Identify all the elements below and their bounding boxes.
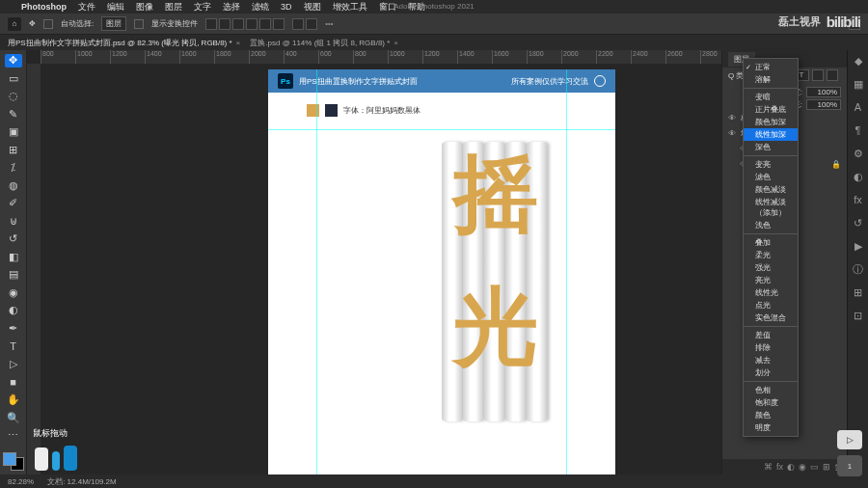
link-layers-icon[interactable]: ⌘: [764, 462, 773, 472]
align-top-icon[interactable]: [246, 18, 258, 30]
adjustments-panel-icon[interactable]: ◐: [852, 170, 865, 183]
blend-lineardodge[interactable]: 线性减淡（添加）: [744, 196, 798, 219]
brush-tool[interactable]: ✐: [5, 197, 22, 210]
color-panel-icon[interactable]: ◆: [852, 54, 865, 68]
opacity-value[interactable]: 100%: [806, 87, 841, 97]
menu-photoshop[interactable]: Photoshop: [21, 2, 67, 12]
autoselect-checkbox[interactable]: [43, 19, 53, 29]
blend-hue[interactable]: 色相: [744, 384, 798, 396]
history-panel-icon[interactable]: ↺: [852, 216, 865, 230]
menu-image[interactable]: 图像: [136, 1, 153, 14]
blend-overlay[interactable]: 叠加: [744, 236, 798, 249]
foreground-color[interactable]: [3, 452, 16, 466]
styles-panel-icon[interactable]: fx: [852, 193, 865, 206]
shape-tool[interactable]: ■: [5, 375, 22, 389]
blend-softlight[interactable]: 柔光: [744, 249, 798, 261]
blend-vividlight[interactable]: 亮光: [744, 274, 798, 286]
zoom-tool[interactable]: 🔍: [5, 411, 22, 424]
align-right-icon[interactable]: [232, 18, 244, 30]
group-icon[interactable]: ▭: [810, 462, 819, 472]
blend-divide[interactable]: 划分: [744, 366, 798, 379]
blend-darken[interactable]: 变暗: [744, 91, 798, 103]
artboard-tool[interactable]: ▭: [5, 72, 22, 86]
menu-plugins[interactable]: 增效工具: [333, 1, 367, 14]
layer-fx-icon[interactable]: fx: [776, 462, 783, 472]
page-indicator[interactable]: 1: [837, 455, 862, 476]
menu-type[interactable]: 文字: [194, 1, 211, 14]
info-panel-icon[interactable]: ⓘ: [852, 262, 865, 276]
libraries-panel-icon[interactable]: ⊡: [852, 309, 865, 322]
frame-tool[interactable]: ⊞: [5, 144, 22, 157]
blend-color[interactable]: 颜色: [744, 409, 798, 421]
filter-shape-icon[interactable]: [812, 69, 824, 81]
menu-view[interactable]: 视图: [304, 1, 321, 14]
blend-exclusion[interactable]: 排除: [744, 341, 798, 354]
menu-edit[interactable]: 编辑: [107, 1, 124, 14]
autoselect-target[interactable]: 图层: [101, 16, 126, 31]
blend-hardlight[interactable]: 强光: [744, 261, 798, 274]
filter-smart-icon[interactable]: [827, 69, 838, 81]
blend-colorburn[interactable]: 颜色加深: [744, 116, 798, 128]
zoom-level[interactable]: 82.28%: [8, 477, 34, 486]
blend-difference[interactable]: 差值: [744, 329, 798, 341]
home-icon[interactable]: ⌂: [8, 17, 21, 31]
history-brush-tool[interactable]: ↺: [5, 232, 22, 246]
menu-filter[interactable]: 滤镜: [252, 1, 269, 14]
show-transform-checkbox[interactable]: [134, 19, 144, 29]
edit-toolbar[interactable]: ⋯: [5, 429, 22, 443]
filter-type-icon[interactable]: T: [798, 69, 809, 81]
crop-tool[interactable]: ▣: [5, 125, 22, 139]
type-tool[interactable]: T: [5, 339, 22, 353]
document-canvas[interactable]: Ps 用PS扭曲置换制作文字拼贴式封面 所有案例仅供学习交流 字体：阿里妈妈数黑…: [268, 69, 615, 474]
blend-screen[interactable]: 滤色: [744, 171, 798, 183]
blend-saturation[interactable]: 饱和度: [744, 396, 798, 409]
eraser-tool[interactable]: ◧: [5, 251, 22, 264]
play-bubble-icon[interactable]: ▷: [837, 430, 862, 449]
character-panel-icon[interactable]: A: [852, 100, 865, 114]
visibility-icon[interactable]: 👁: [728, 114, 736, 122]
blend-pinlight[interactable]: 点光: [744, 299, 798, 312]
blend-lighten[interactable]: 变亮: [744, 158, 798, 171]
stamp-tool[interactable]: ⊎: [5, 215, 22, 229]
hand-tool[interactable]: ✋: [5, 393, 22, 407]
actions-panel-icon[interactable]: ▶: [852, 239, 865, 253]
layer-mask-icon[interactable]: ◐: [787, 462, 795, 472]
blend-multiply[interactable]: 正片叠底: [744, 103, 798, 116]
blend-hardmix[interactable]: 实色混合: [744, 312, 798, 324]
pen-tool[interactable]: ✒: [5, 322, 22, 336]
gradient-tool[interactable]: ▤: [5, 268, 22, 282]
lasso-tool[interactable]: ◌: [5, 90, 22, 103]
menu-3d[interactable]: 3D: [281, 2, 292, 12]
blend-colordodge[interactable]: 颜色减淡: [744, 183, 798, 196]
align-bottom-icon[interactable]: [273, 18, 285, 30]
lock-icon[interactable]: 🔒: [831, 160, 841, 169]
properties-panel-icon[interactable]: ⚙: [852, 147, 865, 160]
color-swatches[interactable]: [3, 452, 24, 471]
menu-file[interactable]: 文件: [78, 1, 95, 14]
blend-mode-dropdown[interactable]: 正常 溶解 变暗 正片叠底 颜色加深 线性加深 深色 变亮 滤色 颜色减淡 线性…: [743, 58, 799, 437]
new-layer-icon[interactable]: ⊞: [823, 462, 830, 472]
tab-doc-1[interactable]: 用PS扭曲制作文字拼贴式封面.psd @ 82.3% (曝光 拷贝, RGB/8…: [8, 38, 240, 48]
align-center-v-icon[interactable]: [259, 18, 271, 30]
heal-tool[interactable]: ◍: [5, 179, 22, 193]
tab-doc-2[interactable]: 置换.psd @ 114% (组 1 拷贝 8, RGB/8) * ×: [250, 38, 398, 48]
align-left-icon[interactable]: [205, 18, 217, 30]
adjustment-icon[interactable]: ◉: [799, 462, 806, 472]
canvas-area[interactable]: 8001000120014001600180020004006008001000…: [27, 50, 721, 474]
quick-select-tool[interactable]: ✎: [5, 108, 22, 122]
blur-tool[interactable]: ◉: [5, 286, 22, 300]
paragraph-panel-icon[interactable]: ¶: [852, 123, 865, 137]
blend-lightercolor[interactable]: 浅色: [744, 219, 798, 231]
blend-normal[interactable]: 正常: [744, 61, 798, 73]
blend-subtract[interactable]: 减去: [744, 354, 798, 366]
distribute-v-icon[interactable]: [306, 18, 317, 30]
blend-linearburn[interactable]: 线性加深: [744, 128, 798, 141]
close-tab-icon[interactable]: ×: [393, 39, 398, 47]
path-tool[interactable]: ▷: [5, 358, 22, 371]
doc-info[interactable]: 文档: 12.4M/109.2M: [47, 476, 117, 487]
swatches-panel-icon[interactable]: ▦: [852, 77, 865, 91]
close-tab-icon[interactable]: ×: [236, 39, 241, 47]
navigator-panel-icon[interactable]: ⊞: [852, 285, 865, 299]
blend-darkercolor[interactable]: 深色: [744, 141, 798, 153]
move-tool[interactable]: ✥: [5, 54, 22, 68]
